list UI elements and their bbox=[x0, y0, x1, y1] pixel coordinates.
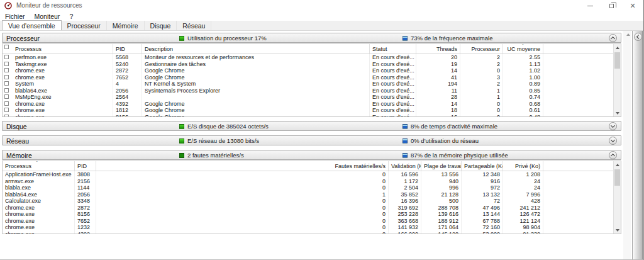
cpu-table-row[interactable]: MsMpEng.exe 2564 En cours d'exé... 28 1 … bbox=[3, 94, 613, 101]
cpu-section-title: Processeur bbox=[6, 35, 40, 42]
expand-graphs-button[interactable] bbox=[634, 33, 642, 41]
process-pid: 4 bbox=[113, 81, 142, 88]
process-checkbox[interactable] bbox=[4, 55, 9, 59]
cpu-collapse-button[interactable] bbox=[609, 34, 617, 42]
process-checkbox[interactable] bbox=[4, 88, 9, 93]
process-processor: 0 bbox=[460, 101, 503, 108]
process-name: ApplicationFrameHost.exe bbox=[3, 171, 75, 178]
cpu-table-row[interactable]: chrome.exe 8156 Google Chrome En cours d… bbox=[3, 114, 613, 118]
process-name: chrome.exe bbox=[3, 224, 75, 231]
process-processor: 2 bbox=[460, 54, 503, 61]
cpu-scrollbar-thumb[interactable] bbox=[614, 52, 620, 69]
process-status: En cours d'exé... bbox=[370, 67, 416, 74]
cpu-col-processus[interactable]: Processus bbox=[13, 44, 113, 54]
process-working-set: 21 128 bbox=[421, 191, 462, 198]
memory-collapse-button[interactable] bbox=[609, 151, 617, 159]
cpu-col-uc-moyenne[interactable]: ˇUC moyenne bbox=[503, 44, 543, 54]
cpu-table-row[interactable]: chrome.exe 4392 Google Chrome En cours d… bbox=[3, 101, 613, 108]
memory-table-row[interactable]: blabla.exe 1144 0 2 504 996 972 24 bbox=[3, 184, 613, 191]
process-checkbox[interactable] bbox=[4, 75, 9, 79]
process-hard-faults: 0 bbox=[96, 198, 389, 205]
mem-col-validation[interactable]: Validation (Ko) bbox=[389, 161, 421, 171]
memory-table-row[interactable]: chrome.exe 4392 0 166 000 145 120 53 000… bbox=[3, 231, 613, 235]
process-checkbox[interactable] bbox=[4, 81, 9, 86]
process-status: En cours d'exé... bbox=[370, 107, 416, 114]
process-checkbox[interactable] bbox=[4, 101, 9, 106]
cpu-table-row[interactable]: chrome.exe 1812 Google Chrome En cours d… bbox=[3, 107, 613, 114]
cpu-table-row[interactable]: chrome.exe 2872 Google Chrome En cours d… bbox=[3, 67, 613, 74]
tab-disque[interactable]: Disque bbox=[145, 21, 177, 30]
menu-fichier[interactable]: Fichier bbox=[5, 13, 31, 20]
restore-icon bbox=[609, 4, 614, 8]
mem-col-pid[interactable]: PID bbox=[75, 161, 96, 171]
tab-processeur[interactable]: Processeur bbox=[62, 21, 107, 30]
memory-section-header[interactable]: Mémoire 2 fautes matérielles/s 87% de la… bbox=[2, 150, 621, 160]
process-name: chrome.exe bbox=[3, 231, 75, 235]
memory-table-row[interactable]: ApplicationFrameHost.exe 3808 0 16 596 1… bbox=[3, 171, 613, 178]
process-name: armsvc.exe bbox=[3, 178, 75, 185]
disk-expand-button[interactable] bbox=[609, 122, 617, 130]
process-avg-cpu: 0.48 bbox=[503, 114, 543, 118]
cpu-table-row[interactable]: perfmon.exe 5568 Moniteur de ressources … bbox=[3, 54, 613, 61]
process-processor: 2 bbox=[460, 61, 503, 68]
process-name: chrome.exe bbox=[3, 205, 75, 212]
process-hard-faults: 0 bbox=[96, 171, 389, 178]
memory-table-row[interactable]: Calculator.exe 3348 0 16 396 500 72 428 bbox=[3, 198, 613, 205]
process-description: Google Chrome bbox=[142, 107, 370, 114]
process-commit: 166 000 bbox=[389, 231, 421, 235]
disk-section-header[interactable]: Disque E/S disque de 385024 octets/s 8% … bbox=[2, 121, 621, 131]
memory-table-row[interactable]: chrome.exe 1232 0 141 932 171 064 72 160… bbox=[3, 224, 613, 231]
tab-memoire[interactable]: Mémoire bbox=[107, 21, 145, 30]
mem-col-fautes[interactable]: Fautes matérielles/s bbox=[96, 161, 389, 171]
process-description: Sysinternals Process Explorer bbox=[142, 88, 370, 94]
process-status: En cours d'exé... bbox=[370, 94, 416, 101]
process-name: System bbox=[13, 81, 113, 88]
cpu-col-pid[interactable]: PID bbox=[113, 44, 142, 54]
mem-col-plage-travail[interactable]: Plage de travail... bbox=[421, 161, 462, 171]
graphs-panel-collapsed bbox=[632, 31, 643, 259]
process-working-set: 145 120 bbox=[421, 231, 462, 235]
process-checkbox[interactable] bbox=[4, 94, 9, 99]
minimize-icon bbox=[587, 6, 593, 6]
tab-reseau[interactable]: Réseau bbox=[177, 21, 211, 30]
process-name: chrome.exe bbox=[13, 101, 113, 108]
minimize-button[interactable] bbox=[579, 0, 601, 11]
menu-moniteur[interactable]: Moniteur bbox=[35, 13, 66, 20]
process-checkbox[interactable] bbox=[4, 62, 9, 66]
process-pid: 5568 bbox=[113, 54, 142, 61]
process-threads: 14 bbox=[416, 101, 460, 108]
cpu-section-header[interactable]: Processeur Utilisation du processeur 17%… bbox=[2, 33, 621, 43]
cpu-table-scrollbar[interactable] bbox=[613, 44, 621, 116]
memory-scrollbar-thumb[interactable] bbox=[614, 169, 620, 186]
restore-button[interactable] bbox=[601, 0, 622, 11]
memory-table-row[interactable]: armsvc.exe 2156 0 1 172 940 916 24 bbox=[3, 178, 613, 185]
process-checkbox[interactable] bbox=[4, 108, 9, 112]
menu-help[interactable]: ? bbox=[69, 13, 79, 20]
close-button[interactable]: ✕ bbox=[622, 0, 643, 11]
cpu-col-description[interactable]: Description bbox=[142, 44, 370, 54]
network-section-header[interactable]: Réseau E/S réseau de 13080 bits/s 0% d'u… bbox=[2, 135, 621, 145]
cpu-col-threads[interactable]: Threads bbox=[416, 44, 460, 54]
memory-table-row[interactable]: chrome.exe 2872 0 319 692 288 708 47 496… bbox=[3, 205, 613, 212]
process-checkbox[interactable] bbox=[4, 115, 9, 118]
overview-scrollbar[interactable] bbox=[623, 31, 631, 259]
select-all-checkbox[interactable] bbox=[4, 45, 9, 49]
memory-table-row[interactable]: blabla64.exe 2056 1 35 852 21 128 13 132… bbox=[3, 191, 613, 198]
process-name: chrome.exe bbox=[13, 114, 113, 118]
tab-vue-densemble[interactable]: Vue d'ensemble bbox=[2, 20, 62, 30]
process-avg-cpu: 1.13 bbox=[503, 61, 543, 68]
cpu-col-processeur[interactable]: Processeur bbox=[460, 44, 503, 54]
memory-table-row[interactable]: chrome.exe 7652 0 363 668 188 912 67 788… bbox=[3, 218, 613, 225]
cpu-col-statut[interactable]: Statut bbox=[370, 44, 416, 54]
mem-col-partageable[interactable]: Partageable (Ko) bbox=[462, 161, 503, 171]
cpu-table-row[interactable]: chrome.exe 7652 Google Chrome En cours d… bbox=[3, 74, 613, 81]
memory-table-row[interactable]: chrome.exe 8156 0 253 228 139 616 13 144… bbox=[3, 211, 613, 218]
mem-col-prive[interactable]: Privé (Ko) bbox=[503, 161, 543, 171]
mem-col-processus[interactable]: ˆProcessus bbox=[3, 161, 75, 171]
cpu-table-row[interactable]: Taskmgr.exe 5240 Gestionnaire des tâches… bbox=[3, 61, 613, 68]
process-checkbox[interactable] bbox=[4, 68, 9, 72]
cpu-table-row[interactable]: System 4 NT Kernel & System En cours d'e… bbox=[3, 81, 613, 88]
memory-table-scrollbar[interactable] bbox=[613, 161, 621, 234]
network-expand-button[interactable] bbox=[609, 137, 617, 145]
cpu-table-row[interactable]: blabla64.exe 2056 Sysinternals Process E… bbox=[3, 88, 613, 94]
